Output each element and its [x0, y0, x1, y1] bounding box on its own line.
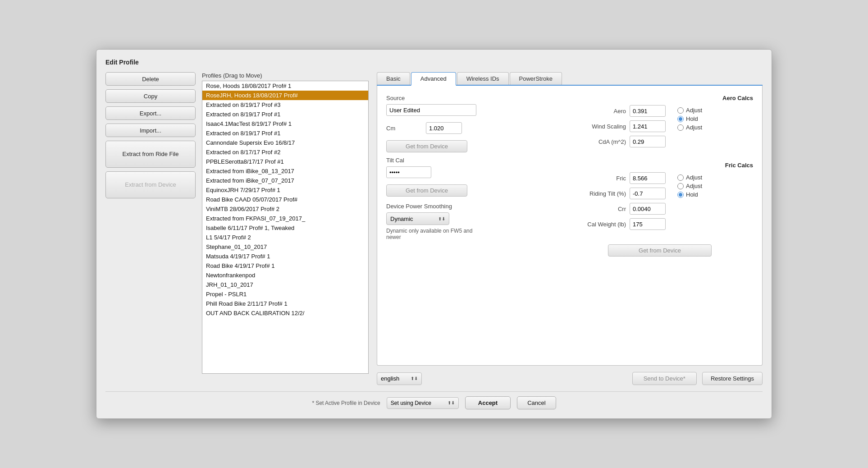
aero-input[interactable]: [630, 105, 666, 117]
fric-label: Fric: [581, 175, 626, 182]
list-item[interactable]: Rose, Hoods 18/08/2017 Prof# 1: [202, 81, 368, 91]
footer-note: * Set Active Profile in Device: [312, 400, 380, 406]
list-item[interactable]: Road Bike 4/19/17 Prof# 1: [202, 261, 368, 271]
profile-list[interactable]: Rose, Hoods 18/08/2017 Prof# 1RoseJRH, H…: [202, 81, 369, 374]
wind-scaling-input[interactable]: [630, 120, 666, 132]
list-item[interactable]: L1 5/4/17 Prof# 2: [202, 233, 368, 242]
right-panel: BasicAdvancedWireless IDsPowerStroke Sou…: [377, 72, 763, 385]
fric-adjust-radio-2[interactable]: [677, 183, 684, 189]
riding-tilt-input[interactable]: [630, 188, 666, 199]
get-from-device-btn-2[interactable]: Get from Device: [386, 184, 467, 197]
accept-button[interactable]: Accept: [465, 396, 511, 409]
footer-bar: * Set Active Profile in Device Set using…: [105, 391, 763, 409]
tab-bar: BasicAdvancedWireless IDsPowerStroke: [377, 72, 763, 86]
language-value: english: [381, 375, 399, 382]
fric-radio-group: Adjust Adjust Hold: [677, 174, 702, 198]
list-item[interactable]: Matsuda 4/19/17 Prof# 1: [202, 252, 368, 261]
extract-ride-button[interactable]: Extract from Ride File: [105, 141, 196, 168]
language-dropdown[interactable]: english ⬆⬇: [377, 372, 422, 385]
copy-button[interactable]: Copy: [105, 89, 196, 103]
source-input[interactable]: [386, 104, 476, 116]
cal-weight-label: Cal Weight (lb): [581, 221, 626, 228]
tilt-cal-label: Tilt Cal: [386, 157, 558, 164]
export-button[interactable]: Export...: [105, 106, 196, 120]
cm-label: Cm: [386, 125, 422, 132]
list-item[interactable]: EquinoxJRH 7/29/17 Prof# 1: [202, 185, 368, 195]
crr-label: Crr: [581, 206, 626, 212]
fric-adjust-label-2: Adjust: [686, 183, 702, 189]
set-using-device-dropdown[interactable]: Set using Device ⬆⬇: [387, 397, 459, 409]
tab-wireless-ids[interactable]: Wireless IDs: [457, 72, 509, 85]
tab-basic[interactable]: Basic: [377, 72, 410, 85]
device-power-label: Device Power Smoothing: [386, 203, 558, 210]
list-item[interactable]: Extracted on 8/17/17 Prof #2: [202, 147, 368, 157]
set-using-device-value: Set using Device: [391, 400, 431, 406]
dynamic-note: Dynamic only available on FW5 and newer: [386, 228, 476, 240]
import-button[interactable]: Import...: [105, 124, 196, 137]
list-item[interactable]: Extracted from iBike_07_07_2017: [202, 176, 368, 185]
riding-tilt-label: Riding Tilt (%): [581, 190, 626, 197]
list-item[interactable]: PPBLESerotta8/17/17 Prof #1: [202, 157, 368, 166]
fric-adjust-radio-1[interactable]: [677, 174, 684, 181]
source-label: Source: [386, 95, 558, 101]
tab-powerstroke[interactable]: PowerStroke: [510, 72, 562, 85]
list-item[interactable]: OUT AND BACK CALIBRATION 12/2/: [202, 308, 368, 318]
list-item[interactable]: JRH_01_10_2017: [202, 280, 368, 289]
language-dropdown-arrow-icon: ⬆⬇: [411, 376, 418, 381]
fric-hold-label: Hold: [686, 191, 698, 198]
tilt-cal-input[interactable]: [386, 166, 431, 178]
wind-scaling-label: Wind Scaling: [581, 123, 626, 130]
fric-adjust-label-1: Adjust: [686, 174, 702, 181]
list-item[interactable]: Phill Road Bike 2/11/17 Prof# 1: [202, 299, 368, 308]
aero-adjust-radio-1[interactable]: [677, 107, 684, 114]
crr-input[interactable]: [630, 203, 666, 215]
aero-adjust-radio-2[interactable]: [677, 124, 684, 131]
tab-right: Aero Calcs Aero Wind Scaling: [576, 95, 753, 257]
fric-hold-radio[interactable]: [677, 192, 684, 198]
list-item[interactable]: Extracted on 8/19/17 Prof #1: [202, 128, 368, 138]
list-item[interactable]: ViniMTB 28/06/2017 Prof# 2: [202, 204, 368, 214]
get-from-device-btn-3[interactable]: Get from Device: [608, 244, 712, 257]
extract-device-button[interactable]: Extract from Device: [105, 171, 196, 198]
cda-input[interactable]: [630, 136, 666, 147]
device-power-value: Dynamic: [390, 216, 413, 222]
aero-calcs-title: Aero Calcs: [581, 95, 753, 101]
aero-radio-group: Adjust Hold Adjust: [677, 107, 702, 131]
cda-label: CdA (m^2): [581, 138, 626, 145]
tab-left: Source Cm Get from Device Tilt Cal: [386, 95, 558, 257]
list-item[interactable]: Extracted from FKPASI_07_19_2017_: [202, 214, 368, 223]
aero-label: Aero: [581, 108, 626, 115]
cal-weight-input[interactable]: [630, 218, 666, 230]
list-item[interactable]: RoseJRH, Hoods 18/08/2017 Prof#: [202, 91, 368, 100]
list-item[interactable]: Stephane_01_10_2017: [202, 242, 368, 252]
footer-dropdown-arrow-icon: ⬆⬇: [448, 400, 455, 405]
cancel-button[interactable]: Cancel: [517, 396, 556, 409]
dropdown-arrow-icon: ⬆⬇: [438, 216, 445, 221]
get-from-device-btn-1[interactable]: Get from Device: [386, 140, 467, 152]
aero-hold-radio[interactable]: [677, 116, 684, 122]
bottom-bar: english ⬆⬇ Send to Device* Restore Setti…: [377, 372, 763, 385]
list-item[interactable]: Extracted on 8/19/17 Prof #1: [202, 110, 368, 119]
aero-adjust-label-2: Adjust: [686, 124, 702, 131]
list-item[interactable]: Isaac4.1MacTest 8/19/17 Prof# 1: [202, 119, 368, 128]
cm-input[interactable]: [426, 122, 462, 134]
left-panel: Delete Copy Export... Import... Extract …: [105, 72, 196, 385]
list-item[interactable]: Isabelle 6/11/17 Prof# 1, Tweaked: [202, 223, 368, 233]
restore-settings-button[interactable]: Restore Settings: [702, 372, 763, 385]
profile-section: Profiles (Drag to Move) Rose, Hoods 18/0…: [202, 72, 369, 385]
device-power-dropdown[interactable]: Dynamic ⬆⬇: [386, 212, 449, 225]
list-item[interactable]: Cannondale Supersix Evo 16/8/17: [202, 138, 368, 147]
send-to-device-button[interactable]: Send to Device*: [632, 372, 697, 385]
fric-calcs-title: Fric Calcs: [581, 162, 753, 169]
tab-advanced[interactable]: Advanced: [411, 72, 456, 86]
list-item[interactable]: Newtonfrankenpod: [202, 271, 368, 280]
list-item[interactable]: Extracted from iBike_08_13_2017: [202, 166, 368, 176]
delete-button[interactable]: Delete: [105, 72, 196, 86]
aero-adjust-label-1: Adjust: [686, 107, 702, 114]
dialog-title: Edit Profile: [105, 59, 763, 66]
profile-list-label: Profiles (Drag to Move): [202, 72, 369, 79]
list-item[interactable]: Propel - PSLR1: [202, 289, 368, 299]
list-item[interactable]: Road Bike CAAD 05/07/2017 Prof#: [202, 195, 368, 204]
list-item[interactable]: Extracted on 8/19/17 Prof #3: [202, 100, 368, 110]
fric-input[interactable]: [630, 172, 666, 184]
